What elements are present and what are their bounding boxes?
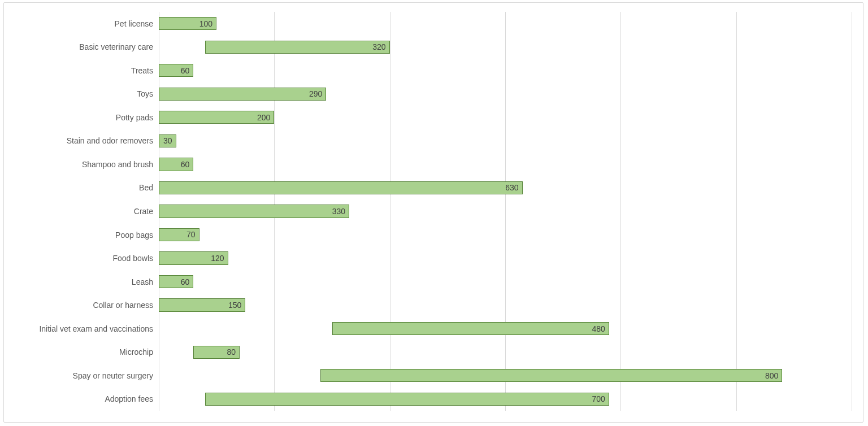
bar-value-label: 800 [765, 371, 778, 380]
bar: 70 [159, 228, 199, 241]
category-label: Potty pads [116, 113, 159, 122]
bar-value-label: 30 [163, 136, 172, 145]
chart-row: Pet license100 [159, 12, 852, 36]
chart-row: Collar or harness150 [159, 293, 852, 317]
chart-row: Leash60 [159, 270, 852, 294]
bar: 150 [159, 298, 245, 311]
category-label: Poop bags [115, 231, 159, 240]
bar-value-label: 330 [332, 207, 345, 216]
plot-area: Pet license100Basic veterinary care320Tr… [159, 12, 852, 411]
bar-value-label: 290 [309, 89, 322, 98]
bar-value-label: 480 [592, 324, 605, 333]
category-label: Toys [137, 89, 159, 98]
chart-row: Microchip80 [159, 340, 852, 364]
chart-row: Food bowls120 [159, 246, 852, 270]
bars-layer: Pet license100Basic veterinary care320Tr… [159, 12, 852, 411]
category-label: Adoption fees [105, 394, 159, 403]
chart-row: Crate330 [159, 199, 852, 223]
bar: 80 [193, 346, 240, 359]
category-label: Collar or harness [93, 301, 159, 310]
bar: 480 [332, 322, 609, 335]
bar: 200 [159, 111, 274, 124]
category-label: Treats [131, 66, 159, 75]
chart-row: Poop bags70 [159, 223, 852, 247]
category-label: Microchip [119, 347, 159, 357]
chart-row: Spay or neuter surgery800 [159, 364, 852, 388]
category-label: Initial vet exam and vaccinations [39, 324, 159, 333]
bar-value-label: 630 [505, 183, 518, 192]
category-label: Food bowls [112, 254, 159, 263]
bar-value-label: 100 [199, 19, 212, 28]
bar: 60 [159, 275, 193, 288]
bar-value-label: 60 [181, 277, 190, 286]
category-label: Basic veterinary care [79, 42, 159, 51]
chart-row: Initial vet exam and vaccinations480 [159, 317, 852, 341]
bar-value-label: 60 [181, 66, 190, 75]
bar: 700 [205, 393, 609, 406]
bar-value-label: 70 [186, 230, 196, 239]
chart-row: Shampoo and brush60 [159, 153, 852, 176]
category-label: Shampoo and brush [82, 160, 159, 169]
chart-row: Basic veterinary care320 [159, 36, 852, 59]
bar: 630 [159, 181, 523, 194]
category-label: Crate [134, 207, 159, 216]
chart-frame: Pet license100Basic veterinary care320Tr… [3, 2, 863, 423]
bar-value-label: 320 [372, 42, 385, 51]
bar: 60 [159, 64, 193, 77]
chart-row: Bed630 [159, 176, 852, 200]
bar: 330 [159, 205, 349, 218]
bar: 100 [159, 17, 216, 30]
chart-row: Adoption fees700 [159, 387, 852, 411]
bar: 60 [159, 158, 193, 171]
category-label: Bed [139, 183, 159, 192]
category-label: Stain and odor removers [67, 136, 159, 145]
bar-value-label: 60 [181, 160, 190, 169]
gridline [852, 12, 852, 411]
category-label: Spay or neuter surgery [73, 371, 159, 380]
bar: 290 [159, 88, 326, 101]
bar-value-label: 700 [592, 394, 605, 403]
bar: 30 [159, 134, 176, 147]
bar-value-label: 120 [211, 254, 224, 263]
bar: 120 [159, 251, 228, 264]
chart-row: Toys290 [159, 82, 852, 106]
category-label: Pet license [115, 19, 159, 28]
bar-value-label: 200 [257, 113, 270, 122]
bar: 800 [320, 369, 782, 382]
bar-value-label: 80 [227, 347, 236, 357]
chart-row: Stain and odor removers30 [159, 129, 852, 153]
chart-row: Treats60 [159, 59, 852, 82]
bar-value-label: 150 [228, 301, 241, 310]
bar: 320 [205, 41, 390, 54]
category-label: Leash [132, 277, 159, 286]
chart-row: Potty pads200 [159, 106, 852, 129]
